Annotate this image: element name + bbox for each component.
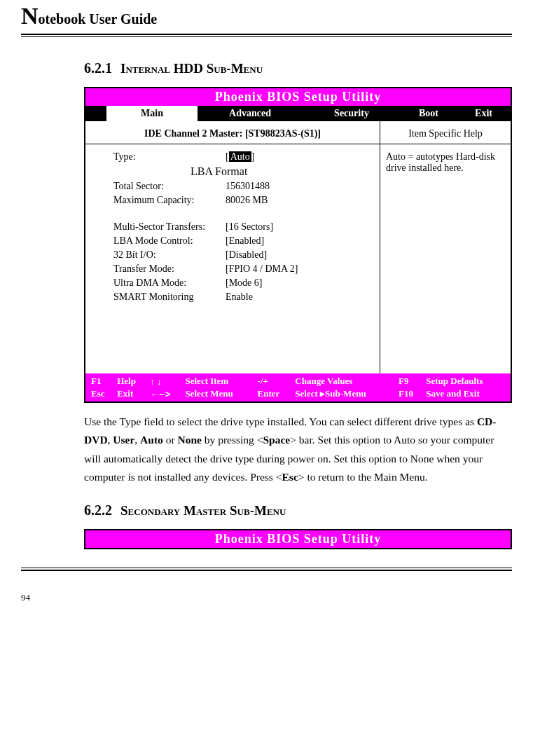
key-plus-minus: -/+ [255,375,293,387]
field-value[interactable]: [Auto] [226,151,373,163]
help-text: Auto = autotypes Hard-disk drive install… [386,151,505,174]
key-f1: F1 [88,375,114,387]
section-num: 6.2.2 [84,502,112,518]
field-label: Total Sector: [113,181,226,192]
field-label: Multi-Sector Transfers: [113,221,226,233]
label-select-submenu: Select ▸Sub-Menu [292,387,396,400]
arrows-left-right-icon: ←--> [147,387,182,400]
field-value[interactable]: Enable [226,291,373,303]
field-label: Ultra DMA Mode: [113,277,226,289]
field-ultra-dma: Ultra DMA Mode: [Mode 6] [113,277,373,289]
field-value[interactable]: [Enabled] [226,235,373,247]
label-exit: Exit [114,387,147,400]
field-label: SMART Monitoring [113,291,226,303]
key-f10: F10 [396,387,423,400]
bios-body: IDE Channel 2 Master: [ST98823AS-(S1)] T… [85,121,511,373]
field-value: 156301488 [226,181,373,192]
header-rule-thin [21,36,512,37]
label-setup-defaults: Setup Defaults [423,375,508,387]
field-smart: SMART Monitoring Enable [113,291,373,303]
field-32bit-io: 32 Bit I/O: [Disabled] [113,249,373,261]
ide-header: IDE Channel 2 Master: [ST98823AS-(S1)] [85,128,380,144]
page-header: Notebook User Guide [21,0,512,32]
field-label: 32 Bit I/O: [113,249,226,261]
tab-security[interactable]: Security [303,106,401,121]
footer-rule-thin [21,568,512,568]
field-label: Type: [113,151,226,163]
tab-gap [85,106,106,121]
tab-exit[interactable]: Exit [457,106,511,121]
field-value[interactable]: [Mode 6] [226,277,373,289]
bios-title-2: Phoenix BIOS Setup Utility [85,530,511,548]
field-lba-mode: LBA Mode Control: [Enabled] [113,235,373,247]
header-rest: otebook User Guide [39,11,158,27]
type-selected: Auto [229,151,251,162]
footer-row-1: F1 Help ↑ ↓ Select Item -/+ Change Value… [88,375,508,387]
field-value[interactable]: [16 Sectors] [226,221,373,233]
tab-boot[interactable]: Boot [401,106,457,121]
field-label: Transfer Mode: [113,263,226,275]
arrows-up-down-icon: ↑ ↓ [147,375,182,387]
field-value: 80026 MB [226,195,373,206]
bios-box-1: Phoenix BIOS Setup Utility Main Advanced… [84,87,512,403]
section-title: Internal HDD Sub-Menu [120,61,263,76]
bios-left-panel: IDE Channel 2 Master: [ST98823AS-(S1)] T… [85,121,380,373]
field-multi-sector: Multi-Sector Transfers: [16 Sectors] [113,221,373,233]
label-change-values: Change Values [292,375,396,387]
bios-help-panel: Item Specific Help Auto = autotypes Hard… [380,121,511,373]
footer-rule-thick [21,570,512,571]
label-save-exit: Save and Exit [423,387,508,400]
label-select-item: Select Item [183,375,255,387]
field-max-capacity: Maximum Capacity: 80026 MB [113,195,373,206]
field-value[interactable]: [Disabled] [226,249,373,261]
lba-format-label: LBA Format [191,165,373,178]
section-num: 6.2.1 [84,60,112,76]
field-value[interactable]: [FPIO 4 / DMA 2] [226,263,373,275]
field-label: Maximum Capacity: [113,195,226,206]
bios-box-2: Phoenix BIOS Setup Utility [84,529,512,549]
key-enter: Enter [255,387,293,400]
field-type: Type: [Auto] [113,151,373,163]
field-total-sector: Total Sector: 156301488 [113,181,373,192]
body-paragraph: Use the Type field to select the drive t… [84,413,512,486]
label-select-menu: Select Menu [183,387,255,400]
section-heading-621: 6.2.1 Internal HDD Sub-Menu [84,58,512,77]
label-help: Help [114,375,147,387]
bios-footer: F1 Help ↑ ↓ Select Item -/+ Change Value… [85,373,511,401]
field-transfer-mode: Transfer Mode: [FPIO 4 / DMA 2] [113,263,373,275]
section-title: Secondary Master Sub-Menu [120,503,286,518]
help-header: Item Specific Help [380,128,511,144]
header-rule-thick [21,34,512,35]
dropcap: N [21,3,39,29]
tab-main[interactable]: Main [106,106,198,121]
bios-title: Phoenix BIOS Setup Utility [85,88,511,106]
page-number: 94 [21,592,512,603]
key-f9: F9 [396,375,423,387]
field-label: LBA Mode Control: [113,235,226,247]
bios-tab-bar: Main Advanced Security Boot Exit [85,106,511,121]
tab-advanced[interactable]: Advanced [198,106,303,121]
footer-row-2: Esc Exit ←--> Select Menu Enter Select ▸… [88,387,508,400]
key-esc: Esc [88,387,114,400]
section-heading-622: 6.2.2 Secondary Master Sub-Menu [84,500,512,519]
